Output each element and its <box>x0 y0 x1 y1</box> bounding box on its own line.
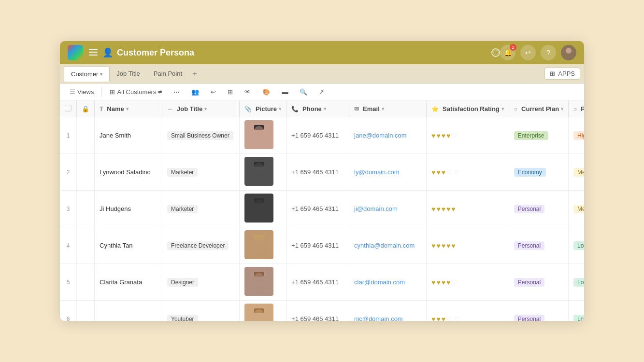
job-badge: Designer <box>167 278 198 287</box>
email-link[interactable]: jane@domain.com <box>354 132 407 139</box>
email-link[interactable]: clar@domain.com <box>354 278 405 286</box>
cell-plan: Personal <box>509 301 568 321</box>
phone-icon: 📞 <box>291 106 299 112</box>
cell-name <box>95 301 162 321</box>
cell-picture <box>240 301 286 321</box>
email-link[interactable]: ly@domain.com <box>354 168 399 176</box>
email-link[interactable]: cynthia@domain.com <box>354 242 415 249</box>
cell-email[interactable]: jane@domain.com <box>349 117 427 154</box>
cell-email[interactable]: cynthia@domain.com <box>349 227 427 264</box>
table-row[interactable]: 3 Ji Hudgens Marketer +1 659 465 4311 ji… <box>60 191 584 227</box>
th-current-plan[interactable]: ○ Current Plan ▾ <box>509 101 568 117</box>
svg-point-23 <box>251 248 267 257</box>
table-row[interactable]: 4 Cynthia Tan Freelance Developer +1 659… <box>60 227 584 264</box>
undo-toolbar-button[interactable]: ↩ <box>207 86 220 97</box>
cell-phone: +1 659 465 4311 <box>286 227 349 264</box>
th-checkbox[interactable] <box>60 101 77 117</box>
star-4: ♥ <box>446 278 450 286</box>
team-button[interactable]: 👥 <box>187 86 203 97</box>
row-lock <box>77 117 95 154</box>
cell-rating: ♥♥♥♥♡ <box>427 264 509 301</box>
tab-customer[interactable]: Customer ▾ <box>64 66 110 82</box>
views-button[interactable]: ☰ Views <box>66 86 98 97</box>
th-job-title[interactable]: ↔ Job Title ▾ <box>162 101 240 117</box>
star-3: ♥ <box>442 278 445 286</box>
star-2: ♥ <box>436 278 440 286</box>
star-5: ♥ <box>451 205 455 213</box>
th-phone[interactable]: 📞 Phone ▾ <box>286 101 349 117</box>
star-3: ♥ <box>442 315 445 321</box>
svg-point-14 <box>254 163 264 172</box>
cell-name: Clarita Granata <box>95 264 162 301</box>
info-icon[interactable]: ⓘ <box>491 48 500 57</box>
avatar[interactable] <box>561 45 576 60</box>
cell-picture <box>240 191 286 227</box>
tab-pain-point[interactable]: Pain Point <box>147 66 189 81</box>
cell-email[interactable]: nic@domain.com <box>349 301 427 321</box>
data-table: 🔒 T Name ▾ ↔ Job Title ▾ <box>60 101 584 321</box>
star-4: ♥ <box>446 242 450 250</box>
cell-job-title: Marketer <box>162 154 240 191</box>
star-1: ♥ <box>431 315 435 321</box>
th-name[interactable]: T Name ▾ <box>95 101 162 117</box>
menu-icon[interactable] <box>89 49 98 57</box>
star-5: ♡ <box>451 278 458 286</box>
more-options-button[interactable]: ⋯ <box>170 86 184 97</box>
all-customers-button[interactable]: ⊞ All Customers ⇄ <box>106 86 166 97</box>
star-1: ♥ <box>431 168 435 176</box>
add-tab-button[interactable]: + <box>189 68 200 80</box>
table-row[interactable]: 2 Lynwood Saladino Marketer +1 659 465 4… <box>60 154 584 191</box>
table-header-row: 🔒 T Name ▾ ↔ Job Title ▾ <box>60 101 584 117</box>
header: 👤 Customer Persona ⓘ 🔔 2 ↩ ? <box>60 41 584 64</box>
priority-icon: ○ <box>573 106 577 112</box>
th-priority[interactable]: ○ Priority ▾ <box>569 101 584 117</box>
star-3: ♥ <box>442 132 445 139</box>
plan-badge: Personal <box>514 205 544 213</box>
job-badge: Marketer <box>167 168 198 177</box>
row-height-button[interactable]: ▬ <box>278 86 292 97</box>
tab-job-title[interactable]: Job Title <box>110 66 146 81</box>
email-link[interactable]: nic@domain.com <box>354 315 403 321</box>
hide-button[interactable]: 👁 <box>241 86 255 97</box>
plan-badge: Economy <box>514 168 546 177</box>
apps-icon: ⊞ <box>550 70 555 77</box>
cell-priority: Medium <box>569 191 584 227</box>
cell-email[interactable]: ji@domain.com <box>349 191 427 227</box>
cell-picture <box>240 264 286 301</box>
star-5: ♡ <box>454 168 460 176</box>
cell-email[interactable]: ly@domain.com <box>349 154 427 191</box>
help-button[interactable]: ? <box>541 45 556 60</box>
sort-icon-job: ▾ <box>204 106 207 111</box>
star-rating: ♥♥♥♡♡ <box>431 168 504 176</box>
page-title: Customer Persona <box>117 48 487 58</box>
undo-button[interactable]: ↩ <box>520 45 536 60</box>
star-2: ♥ <box>436 205 440 213</box>
star-2: ♥ <box>436 132 440 139</box>
search-button[interactable]: 🔍 <box>296 86 311 97</box>
filter-button[interactable]: ⊞ <box>224 86 237 97</box>
svg-rect-1 <box>89 52 98 53</box>
color-button[interactable]: 🎨 <box>258 86 274 97</box>
apps-button[interactable]: ⊞ APPS <box>544 68 580 80</box>
svg-point-13 <box>251 174 267 184</box>
sort-icon-rating: ▾ <box>501 106 504 111</box>
notifications-button[interactable]: 🔔 2 <box>500 45 515 60</box>
th-picture[interactable]: 📎 Picture ▾ <box>240 101 286 117</box>
app-window: 👤 Customer Persona ⓘ 🔔 2 ↩ ? Customer ▾ … <box>60 41 584 321</box>
table-row[interactable]: 5 Clarita Granata Designer +1 659 465 43… <box>60 264 584 301</box>
th-email[interactable]: ✉ Email ▾ <box>349 101 427 117</box>
email-link[interactable]: ji@domain.com <box>354 205 398 212</box>
priority-badge: High <box>573 131 584 140</box>
share-button[interactable]: ↗ <box>315 86 328 97</box>
priority-badge: Medium <box>573 205 584 213</box>
job-badge: Small Business Owner <box>167 131 233 140</box>
table-row[interactable]: 1 Jane Smith Small Business Owner +1 659… <box>60 117 584 154</box>
cell-email[interactable]: clar@domain.com <box>349 264 427 301</box>
sort-icon-email: ▾ <box>382 106 384 111</box>
job-badge: Freelance Developer <box>167 241 229 250</box>
table-row[interactable]: 6 Youtuber +1 659 465 4311 nic@domain.co… <box>60 301 584 321</box>
th-satisfaction-rating[interactable]: ⭐ Satisfaction Rating ▾ <box>427 101 509 117</box>
select-all-checkbox[interactable] <box>65 105 72 111</box>
star-rating: ♥♥♥♥♡ <box>431 278 504 286</box>
star-1: ♥ <box>431 205 435 213</box>
